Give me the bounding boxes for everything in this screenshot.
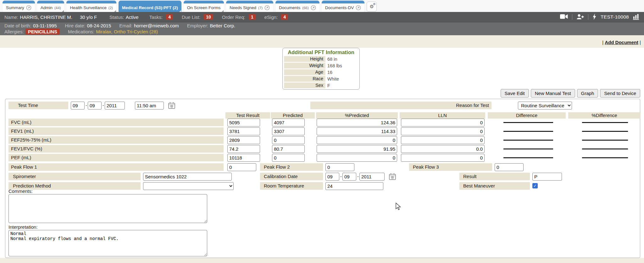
patient-name: HARRIS, CHRISTINE M. <box>20 14 72 20</box>
tab-on-screen-forms[interactable]: On Screen Forms <box>184 1 224 12</box>
additional-pft-info-box: Additional PFT Information Height68 in W… <box>282 48 360 90</box>
sex-value: F <box>325 83 330 88</box>
calendar-icon[interactable] <box>389 173 396 180</box>
room-temperature-input[interactable] <box>325 182 383 190</box>
test-clock-input[interactable] <box>135 102 164 109</box>
patient-header-bar: Name: HARRIS, CHRISTINE M. 30 y/o F Stat… <box>0 12 644 22</box>
age-label: Age <box>284 69 325 75</box>
send-to-device-button[interactable]: Send to Device <box>600 89 640 98</box>
allergies-label: Allergies: <box>4 29 24 34</box>
peak-flow-2-input[interactable] <box>325 163 354 171</box>
medications-list[interactable]: Miralax, Ortho Tri-Cyclen (28) <box>96 29 158 34</box>
calibration-year-input[interactable] <box>359 173 385 181</box>
tab-admin[interactable]: Admin (44) <box>37 1 64 12</box>
fev1-fvc-pct-predicted-input[interactable] <box>317 145 397 153</box>
open-in-new-icon[interactable] <box>26 5 31 10</box>
tab-documents-dv[interactable]: Documents-DV <box>322 1 365 12</box>
calendar-icon[interactable] <box>168 102 175 109</box>
tab-medical-record-pft[interactable]: Medical Record (53):PFT (2) <box>119 1 181 12</box>
add-person-icon[interactable] <box>576 14 584 20</box>
action-buttons: Save Edit New Manual Test Graph Send to … <box>501 89 640 98</box>
open-in-new-icon[interactable] <box>264 5 270 10</box>
best-maneuver-checkbox[interactable]: ✓ <box>532 183 538 188</box>
email-label: Email: <box>119 23 132 28</box>
comments-textarea[interactable] <box>8 194 207 223</box>
name-label: Name: <box>4 14 18 20</box>
test-month-input[interactable] <box>71 102 85 109</box>
fvc-pct-difference-line <box>582 122 628 123</box>
calibration-day-input[interactable] <box>342 173 356 181</box>
pef-label: PEF (mL) <box>8 154 224 161</box>
add-document-area: | Add Document | <box>602 40 641 45</box>
height-value: 68 in <box>325 57 337 62</box>
pef-pct-predicted-input[interactable] <box>317 154 397 162</box>
graph-button[interactable]: Graph <box>577 89 598 98</box>
fvc-test-result-input[interactable] <box>227 119 260 126</box>
open-in-new-icon[interactable] <box>311 5 316 10</box>
calibration-month-input[interactable] <box>325 173 339 181</box>
test-year-input[interactable] <box>105 102 125 109</box>
save-edit-button[interactable]: Save Edit <box>501 89 529 98</box>
pef-row: PEF (mL) <box>5 154 640 162</box>
status-label: Status: <box>109 14 124 20</box>
due-list-badge[interactable]: 10 <box>204 14 213 20</box>
tab-documents[interactable]: Documents (66) <box>275 1 319 12</box>
tab-documents-label: Documents <box>279 5 300 10</box>
allergy-badge[interactable]: PENICILLINS <box>25 29 60 35</box>
fev1-fvc-lln-input[interactable] <box>401 145 485 153</box>
fev1-predicted-input[interactable] <box>272 127 305 135</box>
pipe: | <box>602 40 603 45</box>
header-toolbar: TEST-10008 <box>560 14 640 21</box>
fev1-lln-input[interactable] <box>401 127 485 135</box>
fvc-lln-input[interactable] <box>401 119 485 126</box>
esign-badge[interactable]: 4 <box>281 14 288 20</box>
fev1-label: FEV1 (mL) <box>8 127 224 135</box>
peak-flow-row: Peak Flow 1 Peak Flow 2 Peak Flow 3 <box>5 163 640 171</box>
peak-flow-1-input[interactable] <box>227 163 256 171</box>
fef-lln-input[interactable] <box>401 136 485 144</box>
fef-predicted-input[interactable] <box>272 136 305 144</box>
pef-lln-input[interactable] <box>401 154 485 162</box>
tasks-badge[interactable]: 4 <box>166 14 173 20</box>
col-pct-predicted: %Predicted <box>316 112 398 119</box>
pef-predicted-input[interactable] <box>272 154 305 162</box>
peak-flow-3-input[interactable] <box>495 163 524 171</box>
add-document-link[interactable]: Add Document <box>605 40 638 45</box>
fev1-fvc-test-result-input[interactable] <box>227 145 260 153</box>
settings-button[interactable]: ⚙⚙ <box>367 2 377 12</box>
prediction-method-row: Prediction Method Room Temperature Best … <box>5 182 640 190</box>
fev1-pct-predicted-input[interactable] <box>317 127 397 135</box>
order-req-badge[interactable]: 1 <box>249 14 256 20</box>
open-in-new-icon[interactable] <box>356 5 361 10</box>
dob-value: 03-11-1995 <box>33 23 57 28</box>
test-day-input[interactable] <box>88 102 102 109</box>
order-req-label: Order Req: <box>222 14 245 20</box>
fef-test-result-input[interactable] <box>227 136 260 144</box>
chart-icon[interactable] <box>633 14 640 21</box>
tasks-label: Tasks: <box>149 14 163 20</box>
new-manual-test-button[interactable]: New Manual Test <box>531 89 575 98</box>
fev1-test-result-input[interactable] <box>227 127 260 135</box>
reason-for-test-select[interactable]: Routine Surveillance <box>518 102 572 109</box>
tab-needs-signed[interactable]: Needs Signed (7) <box>226 1 273 12</box>
fef-pct-predicted-input[interactable] <box>317 136 397 144</box>
video-call-icon[interactable] <box>560 14 568 20</box>
fev1-fvc-label: FEV1/FVC (%) <box>8 145 224 153</box>
prediction-method-select[interactable] <box>143 182 234 190</box>
interpretation-textarea[interactable]: Normal Normal expiratory flows and a nor… <box>8 230 207 256</box>
pef-test-result-input[interactable] <box>227 154 260 162</box>
spirometer-input[interactable] <box>143 173 232 181</box>
col-predicted: Predicted <box>271 112 315 119</box>
tab-documents-count: (66) <box>302 6 308 10</box>
fev1-fvc-predicted-input[interactable] <box>272 145 305 153</box>
tab-health-surveillance[interactable]: Health Surveillance (2) <box>66 1 116 12</box>
tab-medical-record-label: Medical Record (53):PFT (2) <box>122 5 178 10</box>
result-input[interactable] <box>532 173 562 181</box>
tab-summary[interactable]: Summary <box>3 1 35 12</box>
pft-info-title: Additional PFT Information <box>284 49 358 56</box>
sex-label: Sex <box>284 82 325 88</box>
fvc-pct-predicted-input[interactable] <box>317 119 397 126</box>
flash-icon[interactable] <box>592 14 597 21</box>
col-difference: Difference <box>488 112 566 119</box>
fvc-predicted-input[interactable] <box>272 119 305 126</box>
